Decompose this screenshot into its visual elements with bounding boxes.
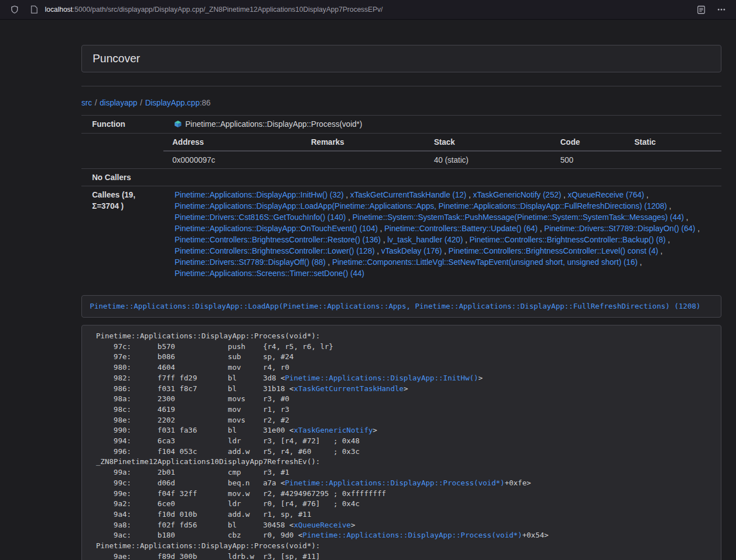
reader-view-icon[interactable] bbox=[693, 2, 709, 17]
function-name-cell: Pinetime::Applications::DisplayApp::Proc… bbox=[163, 116, 721, 134]
url-text[interactable]: localhost:5000/path/src/displayapp/Displ… bbox=[45, 6, 383, 13]
toolbar-right bbox=[693, 2, 729, 17]
code-value: 500 bbox=[556, 151, 630, 168]
stats-row: Address Remarks Stack Code Static 0x0000… bbox=[81, 134, 721, 169]
page-info-icon[interactable] bbox=[28, 2, 40, 17]
no-callers-label: No Callers bbox=[81, 169, 163, 186]
asm-symbol-link[interactable]: xQueueReceive bbox=[294, 521, 351, 529]
callee-separator: , bbox=[374, 246, 381, 255]
url-host: localhost bbox=[45, 6, 72, 13]
loadapp-panel: Pinetime::Applications::DisplayApp::Load… bbox=[81, 295, 721, 318]
callee-link[interactable]: Pinetime::Applications::DisplayApp::Load… bbox=[175, 201, 667, 210]
callee-link[interactable]: Pinetime::Applications::DisplayApp::OnTo… bbox=[175, 224, 378, 233]
page-title-panel: Puncover bbox=[81, 45, 721, 72]
callee-separator: , bbox=[667, 201, 671, 210]
asm-symbol-link[interactable]: xTaskGetCurrentTaskHandle bbox=[294, 384, 404, 393]
callee-link[interactable]: Pinetime::Controllers::BrightnessControl… bbox=[449, 246, 658, 255]
page-title: Puncover bbox=[93, 52, 140, 65]
stats-table-cell: Address Remarks Stack Code Static 0x0000… bbox=[163, 134, 721, 169]
stats-table: Address Remarks Stack Code Static 0x0000… bbox=[163, 134, 721, 168]
breadcrumb-src-link[interactable]: src bbox=[81, 98, 92, 107]
stats-value-row: 0x0000097c 40 (static) 500 bbox=[163, 151, 721, 168]
callee-separator: , bbox=[561, 190, 568, 199]
callee-separator: , bbox=[467, 190, 473, 199]
callee-link[interactable]: lv_task_handler (420) bbox=[387, 235, 463, 244]
callee-link[interactable]: xTaskGetCurrentTaskHandle (12) bbox=[350, 190, 467, 199]
function-row: Function Pinetime::Applications::Display… bbox=[81, 116, 721, 134]
callee-link[interactable]: Pinetime::Controllers::BrightnessControl… bbox=[175, 246, 374, 255]
no-callers-cell bbox=[163, 169, 721, 186]
page-content: Puncover src/displayapp/DisplayApp.cpp:8… bbox=[81, 45, 721, 560]
callee-link[interactable]: Pinetime::Controllers::BrightnessControl… bbox=[175, 235, 381, 244]
breadcrumb: src/displayapp/DisplayApp.cpp:86 bbox=[81, 98, 721, 107]
callee-separator: , bbox=[346, 213, 353, 222]
static-value bbox=[630, 151, 721, 168]
column-address: Address bbox=[163, 134, 307, 151]
breadcrumb-line-number: :86 bbox=[200, 98, 211, 107]
callee-link[interactable]: Pinetime::Applications::DisplayApp::Init… bbox=[175, 190, 344, 199]
stats-header-row: Address Remarks Stack Code Static bbox=[163, 134, 721, 151]
column-static: Static bbox=[630, 134, 721, 151]
function-symbol-icon bbox=[175, 119, 181, 130]
callee-link[interactable]: Pinetime::Controllers::BrightnessControl… bbox=[469, 235, 665, 244]
shield-icon[interactable] bbox=[7, 2, 22, 17]
callee-link[interactable]: Pinetime::Drivers::St7789::DisplayOn() (… bbox=[544, 224, 695, 233]
no-callers-row: No Callers bbox=[81, 169, 721, 186]
column-stack: Stack bbox=[429, 134, 556, 151]
callee-separator: , bbox=[666, 235, 670, 244]
column-remarks: Remarks bbox=[307, 134, 429, 151]
callee-separator: , bbox=[684, 213, 688, 222]
callee-separator: , bbox=[326, 258, 332, 267]
callee-separator: , bbox=[381, 235, 387, 244]
callee-separator: , bbox=[644, 190, 648, 199]
callees-label: Callees (19, Σ=3704 ) bbox=[81, 186, 163, 282]
callee-link[interactable]: Pinetime::System::SystemTask::PushMessag… bbox=[353, 213, 684, 222]
menu-icon[interactable] bbox=[714, 2, 729, 17]
callee-separator: , bbox=[696, 224, 700, 233]
callee-link[interactable]: xTaskGenericNotify (252) bbox=[473, 190, 561, 199]
url-path: :5000/path/src/displayapp/DisplayApp.cpp… bbox=[72, 6, 382, 13]
callee-link[interactable]: vTaskDelay (176) bbox=[381, 246, 442, 255]
browser-toolbar: localhost:5000/path/src/displayapp/Displ… bbox=[0, 0, 736, 20]
disassembly-panel: Pinetime::Applications::DisplayApp::Proc… bbox=[81, 325, 721, 560]
url-bar[interactable]: localhost:5000/path/src/displayapp/Displ… bbox=[28, 2, 689, 17]
callee-separator: , bbox=[638, 258, 642, 267]
callee-link[interactable]: Pinetime::Drivers::St7789::DisplayOff() … bbox=[175, 258, 326, 267]
callees-row: Callees (19, Σ=3704 ) Pinetime::Applicat… bbox=[81, 186, 721, 282]
callee-separator: , bbox=[538, 224, 545, 233]
stack-value: 40 (static) bbox=[429, 151, 556, 168]
loadapp-link[interactable]: Pinetime::Applications::DisplayApp::Load… bbox=[90, 302, 701, 310]
asm-symbol-link[interactable]: Pinetime::Applications::DisplayApp::Proc… bbox=[285, 479, 505, 487]
address-value: 0x0000097c bbox=[163, 151, 307, 168]
callee-separator: , bbox=[378, 224, 385, 233]
asm-symbol-link[interactable]: Pinetime::Applications::DisplayApp::Init… bbox=[285, 374, 478, 382]
callee-separator: , bbox=[658, 246, 662, 255]
asm-symbol-link[interactable]: Pinetime::Applications::DisplayApp::Proc… bbox=[303, 531, 522, 539]
function-name: Pinetime::Applications::DisplayApp::Proc… bbox=[185, 120, 362, 128]
callee-link[interactable]: Pinetime::Components::LittleVgl::SetNewT… bbox=[332, 258, 638, 267]
callee-link[interactable]: Pinetime::Applications::Screens::Timer::… bbox=[175, 269, 364, 278]
asm-symbol-link[interactable]: xTaskGenericNotify bbox=[294, 426, 373, 434]
column-code: Code bbox=[556, 134, 630, 151]
stats-row-label bbox=[81, 134, 163, 169]
breadcrumb-displayapp-link[interactable]: displayapp bbox=[100, 98, 138, 107]
remarks-value bbox=[307, 151, 429, 168]
breadcrumb-separator: / bbox=[140, 98, 143, 107]
breadcrumb-separator: / bbox=[95, 98, 97, 107]
function-table: Function Pinetime::Applications::Display… bbox=[81, 115, 721, 282]
callee-link[interactable]: Pinetime::Controllers::Battery::Update()… bbox=[385, 224, 538, 233]
disassembly-pre: Pinetime::Applications::DisplayApp::Proc… bbox=[96, 331, 713, 560]
callee-separator: , bbox=[463, 235, 470, 244]
callee-separator: , bbox=[442, 246, 449, 255]
callees-list: Pinetime::Applications::DisplayApp::Init… bbox=[163, 186, 721, 282]
callee-separator: , bbox=[344, 190, 350, 199]
callee-link[interactable]: xQueueReceive (764) bbox=[568, 190, 644, 199]
breadcrumb-file-link[interactable]: DisplayApp.cpp bbox=[145, 98, 199, 107]
function-label: Function bbox=[81, 116, 163, 134]
callee-link[interactable]: Pinetime::Drivers::Cst816S::GetTouchInfo… bbox=[175, 213, 346, 222]
divider bbox=[81, 86, 721, 86]
